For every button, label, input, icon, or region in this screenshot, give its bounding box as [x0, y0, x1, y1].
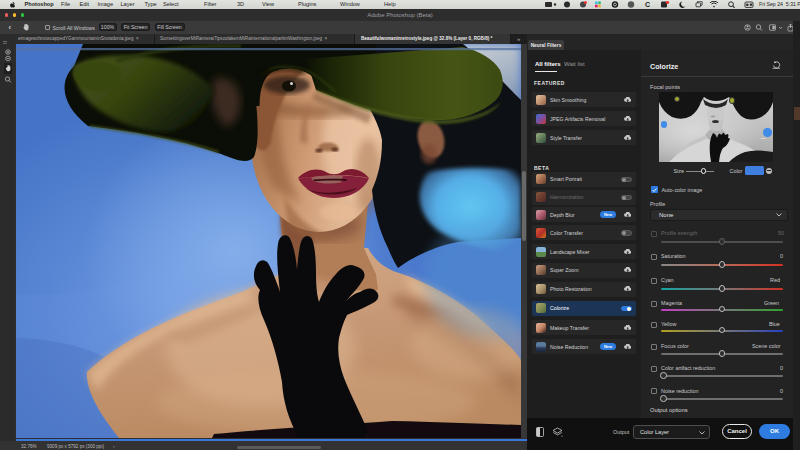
svg-text:C: C [645, 1, 650, 8]
